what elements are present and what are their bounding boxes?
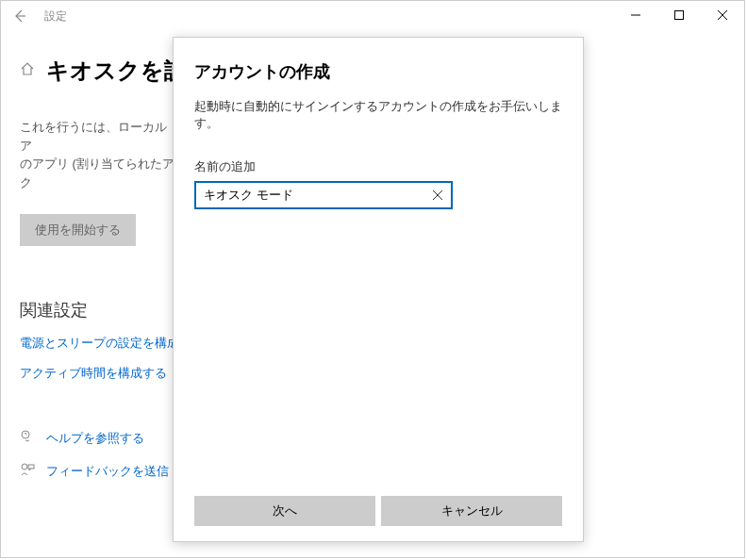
- page-desc-line2: のアプリ (割り当てられたアク: [20, 156, 174, 189]
- minimize-button[interactable]: [614, 1, 657, 29]
- svg-point-5: [22, 464, 27, 469]
- page-description: これを行うには、ローカル ア のアプリ (割り当てられたアク: [20, 118, 180, 191]
- minimize-icon: [631, 10, 640, 20]
- svg-rect-6: [28, 465, 34, 469]
- help-label: ヘルプを参照する: [46, 430, 144, 447]
- maximize-button[interactable]: [657, 1, 701, 29]
- close-button[interactable]: [701, 1, 744, 29]
- next-button[interactable]: 次へ: [194, 496, 375, 526]
- dialog-buttons: 次へ キャンセル: [194, 496, 562, 526]
- page-desc-line1: これを行うには、ローカル ア: [20, 120, 167, 153]
- help-icon: [20, 429, 37, 447]
- page-title: キオスクを設: [46, 56, 187, 86]
- cancel-button[interactable]: キャンセル: [381, 496, 562, 526]
- dialog-description: 起動時に自動的にサインインするアカウントの作成をお手伝いします。: [194, 98, 562, 132]
- clear-icon: [433, 190, 442, 200]
- name-field-label: 名前の追加: [194, 158, 562, 175]
- name-input-wrap: [194, 175, 453, 209]
- maximize-icon: [674, 10, 684, 20]
- home-icon: [20, 61, 35, 80]
- window-controls: [614, 1, 744, 29]
- clear-input-button[interactable]: [428, 186, 447, 205]
- close-icon: [718, 10, 727, 20]
- titlebar: 設定: [1, 1, 744, 31]
- dialog-title: アカウントの作成: [194, 60, 562, 83]
- start-button[interactable]: 使用を開始する: [20, 214, 136, 246]
- app-title: 設定: [44, 8, 67, 25]
- back-button[interactable]: [1, 1, 39, 31]
- name-input[interactable]: [194, 181, 453, 209]
- back-arrow-icon: [12, 8, 27, 24]
- settings-window: 設定 キオスクを設 これを行うには、ローカル ア のアプリ (割り当てられたアク…: [0, 0, 745, 558]
- svg-rect-1: [675, 11, 684, 20]
- feedback-icon: [20, 462, 37, 480]
- create-account-dialog: アカウントの作成 起動時に自動的にサインインするアカウントの作成をお手伝いします…: [173, 37, 584, 542]
- feedback-label: フィードバックを送信: [46, 463, 169, 480]
